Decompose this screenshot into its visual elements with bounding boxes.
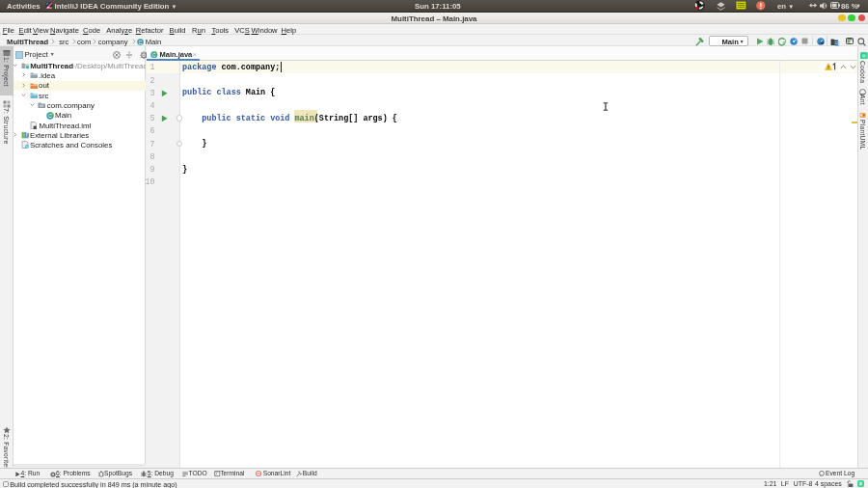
svg-text:C: C — [48, 113, 52, 119]
svg-text:C: C — [139, 39, 143, 44]
svg-text:C: C — [152, 52, 156, 58]
